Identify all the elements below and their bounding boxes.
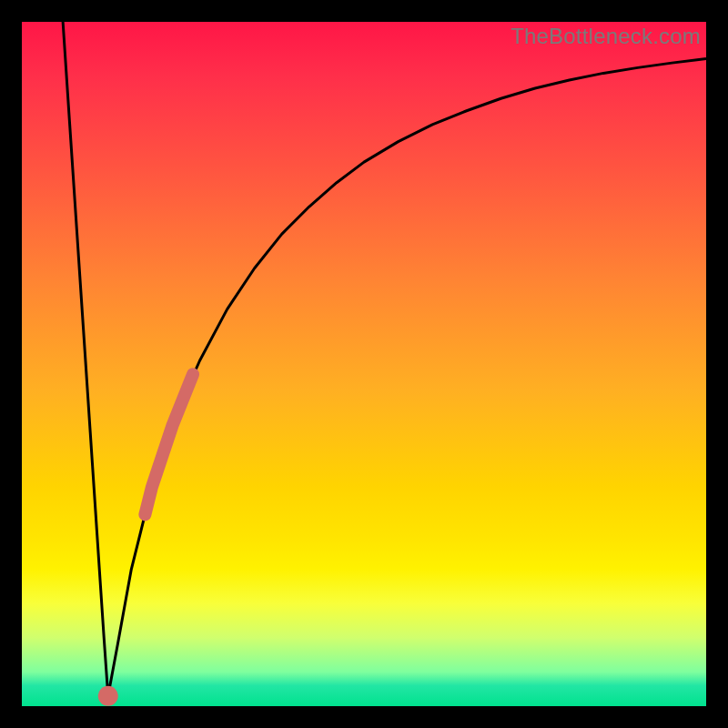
bottleneck-curve: [63, 22, 706, 696]
chart-frame: TheBottleneck.com: [0, 0, 728, 728]
highlight-segment: [145, 374, 193, 514]
curves-svg: [22, 22, 706, 706]
curve-layer: [63, 22, 706, 706]
plot-area: TheBottleneck.com: [22, 22, 706, 706]
highlight-dot: [98, 686, 118, 706]
